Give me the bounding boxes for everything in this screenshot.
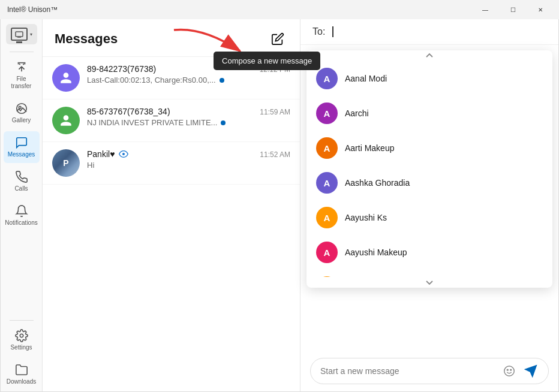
message-input[interactable] <box>320 366 495 376</box>
sidebar-item-gallery[interactable]: Gallery <box>4 97 40 129</box>
unread-indicator <box>220 78 224 83</box>
svg-point-4 <box>19 106 21 108</box>
contact-item[interactable]: A Aashka Ghoradia <box>306 165 552 200</box>
contact-avatar: A <box>316 207 338 228</box>
svg-point-10 <box>510 369 512 370</box>
avatar <box>52 64 80 92</box>
messages-title: Messages <box>55 31 118 47</box>
contact-name: Aashka Ghoradia <box>345 178 410 188</box>
sidebar-item-label: Calls <box>14 185 28 192</box>
contact-avatar: A <box>316 172 338 194</box>
message-item[interactable]: 85-673767(76738_34) 11:59 AM NJ INDIA IN… <box>43 99 300 142</box>
device-selector[interactable]: ▾ <box>6 24 37 44</box>
svg-marker-12 <box>525 366 536 376</box>
svg-point-3 <box>16 104 26 114</box>
contact-avatar: A <box>316 242 338 263</box>
sidebar-item-label: Notifications <box>5 219 37 227</box>
contact-avatar: A <box>316 137 338 159</box>
app-title: Intel® Unison™ <box>7 5 58 14</box>
sidebar-item-settings[interactable]: Settings <box>4 324 40 356</box>
sidebar-divider-bottom <box>10 320 34 321</box>
to-bar: To: <box>300 19 558 45</box>
sidebar-item-label: Gallery <box>12 117 31 124</box>
svg-rect-0 <box>16 32 23 37</box>
contact-item[interactable]: A Aarti Makeup <box>306 131 552 165</box>
emoji-button[interactable] <box>501 363 517 379</box>
title-bar: Intel® Unison™ — ☐ ✕ <box>0 0 559 19</box>
svg-point-8 <box>504 366 515 376</box>
message-preview: Last-Call:00:02:13, Charge:Rs0.00,... <box>87 76 290 85</box>
message-preview: Hi <box>87 161 290 170</box>
avatar <box>52 107 80 134</box>
contact-name: Aanal Modi <box>345 74 387 83</box>
contact-name: Aayushi Ks <box>345 213 387 222</box>
to-label: To: <box>312 26 325 37</box>
sidebar-item-file-transfer[interactable]: File transfer <box>4 56 40 95</box>
contact-item[interactable]: A Aarchi <box>306 96 552 131</box>
contact-name: Aayushi Makeup <box>345 248 407 257</box>
message-top: 85-673767(76738_34) 11:59 AM <box>87 107 290 116</box>
contact-list: A Aanal Modi A Aarchi A Aarti Makeup A A… <box>306 61 552 277</box>
message-top: Pankil♥ 11:52 AM <box>87 149 290 159</box>
sidebar-item-label: Downloads <box>7 378 36 385</box>
sidebar-divider <box>10 52 34 52</box>
right-panel: To: A Aanal Modi A Aarchi A Aarti Makeup… <box>300 19 558 391</box>
message-time: 11:52 AM <box>260 150 290 159</box>
sidebar-item-downloads[interactable]: Downloads <box>4 358 40 390</box>
contact-item[interactable]: A Aayushi Makeup <box>306 235 552 270</box>
sidebar-item-messages[interactable]: Messages <box>4 131 40 163</box>
message-time: 11:59 AM <box>260 108 290 116</box>
contact-name: Aarti Makeup <box>345 143 394 153</box>
message-input-bar <box>310 358 549 384</box>
message-content: 85-673767(76738_34) 11:59 AM NJ INDIA IN… <box>87 107 290 127</box>
minimize-button[interactable]: — <box>471 0 499 19</box>
sidebar: ▾ File transfer Gallery Messages <box>1 19 43 391</box>
sidebar-item-label: Settings <box>10 344 32 351</box>
app-body: ▾ File transfer Gallery Messages <box>0 19 559 392</box>
maximize-button[interactable]: ☐ <box>499 0 527 19</box>
svg-point-7 <box>122 153 125 155</box>
sidebar-item-label: Messages <box>8 151 35 158</box>
messages-panel: Messages Compose a new message <box>43 19 300 391</box>
sidebar-item-calls[interactable]: Calls <box>4 165 40 197</box>
scroll-down-button[interactable] <box>306 277 552 288</box>
compose-tooltip: Compose a new message <box>214 52 320 70</box>
send-button[interactable] <box>523 363 539 379</box>
avatar-image: P <box>52 149 80 177</box>
tooltip-text: Compose a new message <box>214 52 320 70</box>
avatar: P <box>52 149 80 177</box>
sidebar-item-notifications[interactable]: Notifications <box>4 200 40 231</box>
message-name: 89-842273(76738) <box>87 64 156 74</box>
message-list: 89-842273(76738) 12:12 PM Last-Call:00:0… <box>43 57 300 391</box>
scroll-up-button[interactable] <box>306 50 552 61</box>
text-cursor <box>332 26 333 37</box>
svg-point-5 <box>20 334 23 337</box>
message-preview: NJ INDIA INVEST PRIVATE LIMITE... <box>87 118 290 127</box>
chevron-down-icon: ▾ <box>30 32 32 37</box>
svg-point-9 <box>507 369 508 370</box>
contact-item[interactable]: A Aanal Modi <box>306 61 552 96</box>
device-icon <box>11 28 28 41</box>
message-item[interactable]: P Pankil♥ 11:52 AM Hi <box>43 142 300 185</box>
contact-item[interactable]: A Aayushi Ks <box>306 200 552 235</box>
window-controls: — ☐ ✕ <box>471 0 554 19</box>
eye-icon <box>119 149 128 159</box>
contact-avatar: A <box>316 68 338 89</box>
message-content: Pankil♥ 11:52 AM Hi <box>87 149 290 170</box>
contact-item[interactable]: A Aayushi Staff <box>306 270 552 277</box>
compose-button[interactable] <box>268 29 288 49</box>
contact-name: Aarchi <box>345 108 369 118</box>
message-name: 85-673767(76738_34) <box>87 107 170 116</box>
contact-dropdown: A Aanal Modi A Aarchi A Aarti Makeup A A… <box>306 50 552 288</box>
sidebar-item-label: File transfer <box>6 76 37 90</box>
message-name: Pankil♥ <box>87 149 128 159</box>
unread-indicator <box>221 120 226 125</box>
contact-avatar: A <box>316 102 338 124</box>
close-button[interactable]: ✕ <box>527 0 554 19</box>
messages-header: Messages Compose a new message <box>43 19 300 57</box>
